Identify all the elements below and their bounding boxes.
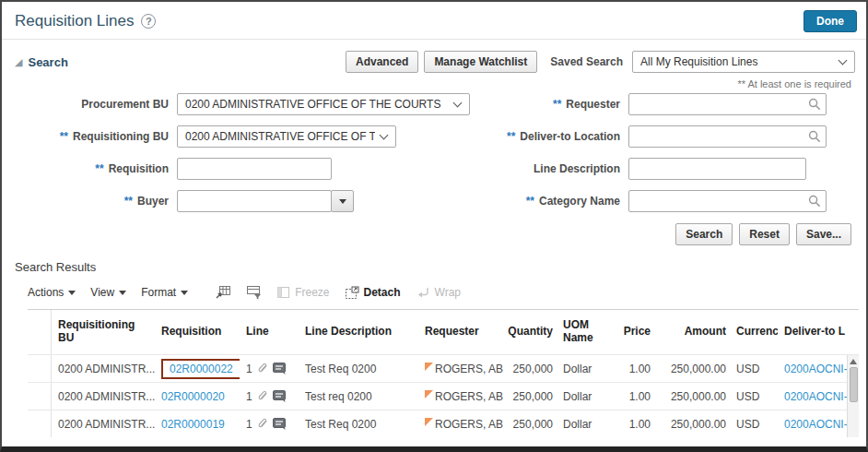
requisition-link[interactable]: 02R0000019 <box>161 418 225 431</box>
dropdown-arrow-icon <box>339 199 346 204</box>
done-button[interactable]: Done <box>803 10 857 32</box>
collapse-triangle-icon[interactable]: ◢ <box>15 56 22 68</box>
requester-name: ROGERS, ABRI... <box>435 390 503 403</box>
procurement-bu-label: Procurement BU <box>13 93 177 115</box>
wrap-label: Wrap <box>435 286 461 299</box>
scrollbar-thumb[interactable] <box>850 367 858 402</box>
attachment-icon[interactable] <box>256 418 269 431</box>
price-cell: 1.00 <box>608 410 654 437</box>
query-by-example-icon[interactable] <box>246 285 262 300</box>
line-description-cell: Test Req 0200 <box>299 355 418 382</box>
requester-input[interactable] <box>628 93 827 115</box>
highlight-box: 02R0000022 <box>161 359 240 379</box>
line-number: 1 <box>246 418 252 431</box>
category-name-input[interactable] <box>628 190 827 212</box>
requisitioning-bu-label: ** Requisitioning BU <box>13 125 177 148</box>
vertical-scrollbar[interactable] <box>847 355 859 437</box>
help-icon[interactable]: ? <box>141 14 156 29</box>
label-text: Procurement BU <box>81 98 169 111</box>
scroll-up-arrow-icon[interactable] <box>850 359 857 364</box>
column-header-quantity[interactable]: Quantity <box>503 310 557 354</box>
export-to-excel-icon[interactable] <box>216 285 231 300</box>
column-header-line-description[interactable]: Line Description <box>299 310 418 354</box>
line-number: 1 <box>246 390 252 403</box>
line-cell: 1 <box>240 410 299 437</box>
buyer-input[interactable] <box>177 190 332 212</box>
requisition-lines-page: Requisition Lines ? Done ◢ Search Advanc… <box>0 0 868 452</box>
attachment-icon[interactable] <box>256 390 269 403</box>
actions-menu[interactable]: Actions <box>28 286 76 299</box>
deliver-to-location-link[interactable]: 0200AOCNI-F <box>784 363 854 375</box>
requisition-cell: 02R0000022 <box>155 355 240 382</box>
search-icon[interactable] <box>808 98 821 111</box>
requisitioning-bu-value: 0200 ADMINISTRATIVE OFFICE OF THE COURTS <box>185 130 375 143</box>
attachment-icon[interactable] <box>256 363 269 375</box>
select-all-header[interactable] <box>28 310 52 354</box>
amount-cell: 250,000.00 <box>654 355 730 382</box>
search-button[interactable]: Search <box>675 223 733 245</box>
note-icon[interactable] <box>273 390 286 402</box>
row-selector[interactable] <box>28 410 52 437</box>
line-description-cell: Test req 0200 <box>299 383 418 410</box>
note-icon[interactable] <box>273 363 286 375</box>
column-header-currency[interactable]: Currency <box>730 310 778 354</box>
requisition-link[interactable]: 02R0000022 <box>170 363 233 375</box>
deliver-to-location-link[interactable]: 0200AOCNI-F <box>784 418 854 431</box>
advanced-button[interactable]: Advanced <box>346 51 418 73</box>
required-marker: ** <box>507 130 515 143</box>
requisition-cell: 02R0000020 <box>155 383 240 410</box>
format-menu[interactable]: Format <box>141 286 188 299</box>
column-header-requisitioning-bu[interactable]: Requisitioning BU <box>52 310 155 354</box>
saved-search-select[interactable]: All My Requisition Lines <box>632 51 855 73</box>
column-header-amount[interactable]: Amount <box>654 310 730 354</box>
table-row[interactable]: 0200 ADMINISTR... 02R0000020 1 Test req … <box>28 382 859 410</box>
line-description-label: Line Description <box>483 158 628 180</box>
currency-cell: USD <box>730 383 778 410</box>
table-header-row: Requisitioning BU Requisition Line Line … <box>28 310 859 354</box>
amount-cell: 250,000.00 <box>654 410 730 437</box>
freeze-icon <box>276 286 290 299</box>
page-title: Requisition Lines <box>15 12 134 30</box>
line-description-cell: Test Req 0200 <box>299 410 418 437</box>
deliver-to-location-link[interactable]: 0200AOCNI-F <box>784 390 854 403</box>
chevron-down-icon <box>453 99 463 108</box>
buyer-dropdown-button[interactable] <box>331 190 354 212</box>
table-row[interactable]: 0200 ADMINISTR... 02R0000019 1 Test Req … <box>28 410 859 437</box>
requisition-link[interactable]: 02R0000020 <box>161 390 225 403</box>
search-icon[interactable] <box>808 130 821 143</box>
detach-button[interactable]: Detach <box>345 286 401 300</box>
procurement-bu-select[interactable]: 0200 ADMINISTRATIVE OFFICE OF THE COURTS <box>177 93 470 115</box>
column-header-uom-name[interactable]: UOM Name <box>557 310 608 354</box>
column-header-deliver-to-location[interactable]: Deliver-to L <box>778 310 859 354</box>
line-description-input[interactable] <box>628 158 806 180</box>
category-name-label: ** Category Name <box>483 190 628 212</box>
column-header-price[interactable]: Price <box>608 310 654 354</box>
label-text: Category Name <box>539 195 620 208</box>
save-button[interactable]: Save... <box>796 223 851 245</box>
column-header-line[interactable]: Line <box>240 310 299 354</box>
column-header-requisition[interactable]: Requisition <box>155 310 240 354</box>
requisition-input[interactable] <box>177 158 332 180</box>
manage-watchlist-button[interactable]: Manage Watchlist <box>424 51 537 73</box>
label-text: Requester <box>566 98 620 111</box>
row-selector[interactable] <box>28 383 52 410</box>
required-marker: ** <box>124 195 133 208</box>
search-header-actions: Advanced Manage Watchlist Saved Search A… <box>346 51 855 73</box>
requester-flag-icon <box>425 390 433 398</box>
wrap-button[interactable]: Wrap <box>416 286 461 299</box>
format-menu-label: Format <box>141 286 176 299</box>
freeze-button[interactable]: Freeze <box>276 286 329 299</box>
deliver-to-location-input[interactable] <box>628 125 827 148</box>
table-row[interactable]: 0200 ADMINISTR... 02R0000022 1 Test Req … <box>28 354 859 382</box>
saved-search-value: All My Requisition Lines <box>640 55 834 68</box>
requester-flag-icon <box>425 363 433 371</box>
requisitioning-bu-select[interactable]: 0200 ADMINISTRATIVE OFFICE OF THE COURTS <box>177 125 396 148</box>
view-menu[interactable]: View <box>90 286 126 299</box>
wrap-icon <box>416 286 430 299</box>
search-icon[interactable] <box>808 195 821 208</box>
note-icon[interactable] <box>273 418 286 430</box>
currency-cell: USD <box>730 410 778 437</box>
row-selector[interactable] <box>28 355 52 382</box>
column-header-requester[interactable]: Requester <box>418 310 503 354</box>
reset-button[interactable]: Reset <box>739 223 790 245</box>
